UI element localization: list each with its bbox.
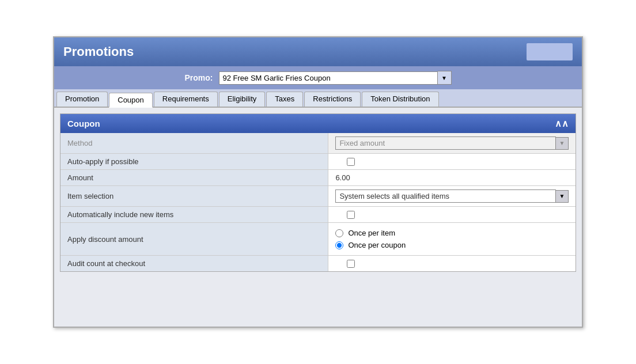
coupon-section: Coupon ∧∧ Method ▼ (60, 113, 576, 272)
collapse-button[interactable]: ∧∧ (555, 118, 569, 129)
apply-discount-value-cell: Once per item Once per coupon (328, 223, 576, 256)
once-per-item-radio[interactable] (335, 229, 343, 237)
tab-requirements[interactable]: Requirements (154, 92, 218, 107)
auto-include-value-cell (328, 207, 576, 223)
method-label: Method (60, 133, 328, 154)
tab-token-distribution[interactable]: Token Distribution (362, 92, 438, 107)
item-selection-dropdown-arrow: ▼ (559, 193, 565, 199)
auto-include-checkbox[interactable] (347, 211, 355, 219)
app-window: Promotions Promo: ▼ Promotion Coupon Req… (53, 36, 583, 328)
method-select (335, 136, 556, 150)
promo-select-input[interactable] (219, 71, 438, 85)
item-selection-select-wrapper: ▼ (335, 189, 569, 203)
auto-apply-checkbox[interactable] (347, 158, 355, 166)
item-selection-dropdown-button[interactable]: ▼ (556, 190, 569, 203)
tab-taxes[interactable]: Taxes (266, 92, 303, 107)
amount-label: Amount (60, 170, 328, 186)
title-bar-right (527, 43, 573, 60)
method-dropdown-button: ▼ (556, 137, 569, 150)
auto-apply-row: Auto-apply if possible (60, 154, 576, 170)
bottom-area (60, 272, 576, 306)
audit-count-label: Audit count at checkout (60, 256, 328, 272)
once-per-coupon-label: Once per coupon (348, 241, 406, 249)
once-per-coupon-radio[interactable] (335, 241, 343, 249)
item-selection-label: Item selection (60, 186, 328, 207)
tab-restrictions[interactable]: Restrictions (304, 92, 361, 107)
method-row: Method ▼ (60, 133, 576, 154)
tab-promotion[interactable]: Promotion (56, 92, 108, 107)
apply-discount-radio-group: Once per item Once per coupon (335, 226, 569, 252)
apply-discount-row: Apply discount amount Once per item Once… (60, 223, 576, 256)
tab-eligibility[interactable]: Eligibility (219, 92, 266, 107)
item-selection-value-cell: ▼ (328, 186, 576, 207)
promo-bar: Promo: ▼ (54, 66, 582, 89)
auto-apply-checkbox-wrapper (335, 158, 569, 166)
content-area: Coupon ∧∧ Method ▼ (54, 108, 582, 327)
amount-value-cell: 6.00 (328, 170, 576, 186)
method-value-cell: ▼ (328, 133, 576, 154)
item-selection-select[interactable] (335, 189, 556, 203)
method-dropdown-arrow: ▼ (559, 140, 565, 146)
auto-include-checkbox-wrapper (335, 211, 569, 219)
auto-apply-label: Auto-apply if possible (60, 154, 328, 170)
audit-count-value-cell (328, 256, 576, 272)
apply-discount-label: Apply discount amount (60, 223, 328, 256)
once-per-item-label: Once per item (348, 229, 395, 237)
promo-select-wrapper: ▼ (219, 71, 452, 85)
audit-count-row: Audit count at checkout (60, 256, 576, 272)
promo-label: Promo: (185, 73, 213, 82)
title-bar: Promotions (54, 37, 582, 66)
once-per-coupon-option[interactable]: Once per coupon (335, 241, 569, 249)
section-title: Coupon (67, 119, 100, 128)
once-per-item-option[interactable]: Once per item (335, 229, 569, 237)
section-header: Coupon ∧∧ (60, 114, 576, 133)
auto-include-row: Automatically include new items (60, 207, 576, 223)
auto-apply-value-cell (328, 154, 576, 170)
auto-include-label: Automatically include new items (60, 207, 328, 223)
audit-count-checkbox-wrapper (335, 260, 569, 268)
amount-value: 6.00 (335, 173, 350, 182)
item-selection-row: Item selection ▼ (60, 186, 576, 207)
promo-dropdown-arrow: ▼ (441, 75, 447, 81)
amount-row: Amount 6.00 (60, 170, 576, 186)
tab-coupon[interactable]: Coupon (109, 93, 153, 108)
coupon-form-table: Method ▼ Auto-apply if possible (60, 133, 576, 271)
method-select-wrapper: ▼ (335, 136, 569, 150)
audit-count-checkbox[interactable] (347, 260, 355, 268)
tabs-bar: Promotion Coupon Requirements Eligibilit… (54, 89, 582, 108)
app-title: Promotions (63, 44, 134, 59)
promo-dropdown-button[interactable]: ▼ (438, 71, 452, 85)
